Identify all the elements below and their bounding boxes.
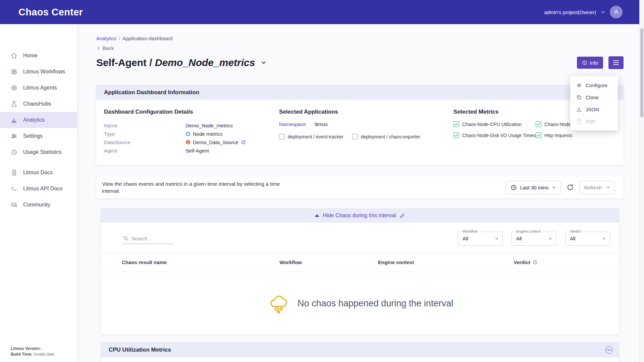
dashboard-info-panel-title: Application Dashboard Information [96,85,624,100]
checkbox-label: Http requests [544,133,572,138]
sidebar-item-label: Usage Statistics [23,149,62,155]
sidebar-item-litmus-docs[interactable]: Litmus Docs [0,165,77,181]
sidebar-item-chaoshubs[interactable]: ChaosHubs [0,96,77,112]
sidebar-item-label: Litmus API Docs [23,186,62,192]
verdict-filter-label: Verdict [569,229,583,233]
prometheus-icon [185,140,191,145]
sidebar-item-home[interactable]: Home [0,48,77,64]
dashboard-menu-button[interactable] [608,56,624,69]
main-content: Analytics / Application-dashboard Back S… [77,24,644,362]
app-brand: Chaos Center [18,7,83,18]
clone-icon [576,95,582,100]
version-info: Litmus Version: Build Time: Invalid date [11,346,54,357]
build-time-value: Invalid date [34,352,54,357]
sidebar-item-label: Settings [23,133,43,139]
column-engine-context: Engine context [378,259,514,265]
project-selector-label[interactable]: admin's project(Owner) [544,9,596,15]
info-button[interactable]: Info [577,57,603,69]
chevron-down-icon [494,236,499,241]
breadcrumb-separator: / [119,36,120,41]
sidebar: Home Litmus Workflows Litmus Agents Chao… [0,24,77,362]
namespace-label: Namespace [279,121,306,127]
verdict-filter-select[interactable]: Verdict All [565,232,610,246]
breadcrumb: Analytics / Application-dashboard [96,36,624,41]
time-range-select[interactable]: Last 30 mins [506,181,561,194]
refresh-interval-select[interactable]: Refresh [580,181,615,194]
column-workflow: Workflow [279,259,378,265]
checkbox-checked[interactable] [536,132,541,138]
search-input[interactable] [131,236,168,241]
dashboard-switcher-chevron-icon[interactable] [260,59,267,66]
page-title: Self-Agent / Demo_Node_metrics [96,57,255,68]
sidebar-item-label: Litmus Agents [23,85,57,91]
menu-item-clone[interactable]: Clone [570,91,618,103]
avatar-letter: A [614,9,618,15]
menu-item-label: JSON [586,107,599,112]
back-label: Back [103,45,114,51]
top-header: Chaos Center admin's project(Owner) A [0,0,644,24]
config-heading: Dashboard Configuration Details [104,109,279,115]
application-checkbox-chaos-exporter: deployment / chaos-exporter [352,134,420,139]
breadcrumb-analytics-link[interactable]: Analytics [96,36,116,41]
refresh-label: Refresh [584,185,602,190]
info-button-label: Info [590,60,598,66]
back-button[interactable]: Back [96,45,114,51]
checkbox-checked[interactable] [536,121,541,127]
applications-heading: Selected Applications [279,109,453,115]
checkbox-unchecked[interactable] [279,134,285,139]
checkbox-checked[interactable] [453,132,459,138]
time-range-value: Last 30 mins [520,185,548,190]
sidebar-item-analytics[interactable]: Analytics [0,112,77,128]
file-icon [576,119,582,124]
settings-icon [11,133,17,139]
sidebar-item-litmus-workflows[interactable]: Litmus Workflows [0,64,77,80]
search-icon [123,236,128,241]
config-value: Demo_Node_metrics [185,121,279,130]
project-chevron-down-icon[interactable] [600,10,605,15]
chevron-down-icon [606,185,610,190]
usage-statistics-icon [11,149,17,156]
menu-item-label: PDF [586,119,596,124]
sidebar-item-label: Litmus Workflows [23,69,65,75]
time-interval-description: View the chaos events and metrics in a g… [102,180,290,194]
sidebar-item-litmus-agents[interactable]: Litmus Agents [0,80,77,96]
checkbox-unchecked[interactable] [352,134,358,139]
breadcrumb-current: Application-dashboard [122,36,172,41]
chevron-down-icon [551,185,556,190]
checkbox-checked[interactable] [453,121,459,127]
sidebar-item-litmus-api-docs[interactable]: Litmus API Docs [0,181,77,197]
menu-item-json[interactable]: JSON [570,103,618,115]
user-avatar[interactable]: A [610,6,623,18]
menu-item-label: Configure [586,82,607,88]
community-icon [11,201,17,208]
api-docs-icon [11,185,17,192]
external-link-icon[interactable] [241,140,246,145]
cpu-metrics-title: CPU Utilization Metrics [109,347,171,353]
scrollbar-thumb[interactable] [640,28,643,117]
checkbox-label: Chaos-Node-CPU Utilization [462,122,522,127]
menu-item-pdf: PDF [570,115,618,127]
verdict-info-icon[interactable] [533,260,538,265]
sidebar-item-label: Home [23,53,38,59]
chaoshubs-icon [11,101,17,107]
hide-chaos-toggle[interactable]: Hide Chaos during this interval [101,208,619,223]
config-label: Type [104,130,185,138]
collapse-panel-button[interactable] [605,346,613,354]
agents-icon [11,84,17,91]
sidebar-item-usage-statistics[interactable]: Usage Statistics [0,144,77,160]
edit-pencil-icon[interactable] [399,213,405,219]
engine-context-filter-select[interactable]: Engine context All [512,232,556,246]
sync-refresh-button[interactable] [567,184,574,191]
column-verdict: Verdict [514,259,530,265]
vertical-scrollbar[interactable] [639,0,644,362]
title-agent: Self-Agent / [96,57,155,68]
menu-item-configure[interactable]: Configure [570,79,618,91]
chevron-down-icon [602,236,606,241]
refresh-cycle-icon [567,184,574,191]
dashboard-actions-menu: Configure Clone JSON PDF [570,76,618,130]
sidebar-item-settings[interactable]: Settings [0,128,77,144]
cpu-metrics-card: CPU Utilization Metrics [101,343,619,362]
workflow-filter-select[interactable]: Workflow All [458,232,503,246]
sidebar-item-community[interactable]: Community [0,197,77,213]
config-value: Demo_Data_Source [193,138,238,146]
